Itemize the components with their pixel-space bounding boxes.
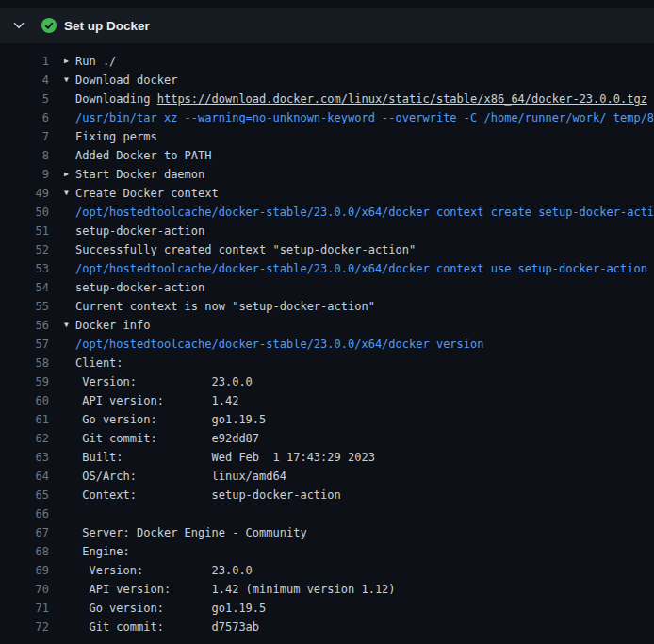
arrow-spacer xyxy=(64,448,75,467)
line-number[interactable]: 4 xyxy=(0,71,49,90)
log-text-segment: Start Docker daemon xyxy=(75,168,204,181)
log-text: Context: setup-docker-action xyxy=(75,486,341,504)
arrow-spacer xyxy=(64,429,75,448)
log-group-line[interactable]: 56▼Docker info xyxy=(0,316,654,335)
line-number[interactable]: 64 xyxy=(0,467,49,486)
line-number[interactable]: 60 xyxy=(0,391,49,410)
line-number[interactable]: 58 xyxy=(0,354,49,372)
line-number[interactable]: 56 xyxy=(0,316,49,335)
log-command-text: /usr/bin/tar xz --warning=no-unknown-key… xyxy=(75,111,654,124)
step-title: Set up Docker xyxy=(64,19,150,33)
log-text-segment: Client: xyxy=(75,356,123,370)
line-number[interactable]: 49 xyxy=(0,184,49,203)
log-command-text: /opt/hostedtoolcache/docker-stable/23.0.… xyxy=(75,206,654,219)
group-collapsed-icon[interactable]: ▶ xyxy=(64,52,75,71)
log-lines: 1▶Run ./4▼Download docker5Downloading ht… xyxy=(0,43,654,636)
arrow-spacer xyxy=(64,504,75,523)
log-text: Start Docker daemon xyxy=(75,165,204,184)
line-number[interactable]: 59 xyxy=(0,372,49,391)
line-number[interactable]: 63 xyxy=(0,448,49,467)
line-number[interactable]: 69 xyxy=(0,561,49,580)
line-number[interactable]: 51 xyxy=(0,222,49,240)
line-number[interactable]: 66 xyxy=(0,504,49,523)
line-number[interactable]: 62 xyxy=(0,429,49,448)
log-line: 65 Context: setup-docker-action xyxy=(0,486,654,504)
log-text-segment: setup-docker-action xyxy=(75,281,204,294)
log-text: Fixing perms xyxy=(75,127,157,146)
line-number[interactable]: 7 xyxy=(0,127,49,146)
step-header[interactable]: Set up Docker xyxy=(0,8,654,43)
line-number[interactable]: 1 xyxy=(0,52,49,71)
line-number[interactable]: 68 xyxy=(0,542,49,561)
log-text-segment: Go version: go1.19.5 xyxy=(75,413,266,426)
log-text: Built: Wed Feb 1 17:43:29 2023 xyxy=(75,448,375,467)
line-number[interactable]: 71 xyxy=(0,599,49,618)
line-number[interactable]: 5 xyxy=(0,90,49,108)
arrow-spacer xyxy=(64,599,75,618)
log-group-line[interactable]: 1▶Run ./ xyxy=(0,52,654,71)
log-text-segment: Downloading xyxy=(75,92,157,106)
arrow-spacer xyxy=(64,580,75,599)
line-number[interactable]: 9 xyxy=(0,165,49,184)
group-collapsed-icon[interactable]: ▶ xyxy=(64,165,75,184)
log-text: setup-docker-action xyxy=(75,278,204,297)
log-line: 53/opt/hostedtoolcache/docker-stable/23.… xyxy=(0,259,654,278)
log-text: Git commit: e92dd87 xyxy=(75,429,259,448)
log-line: 51setup-docker-action xyxy=(0,222,654,240)
line-number[interactable]: 52 xyxy=(0,240,49,259)
line-number[interactable]: 61 xyxy=(0,410,49,429)
line-number[interactable]: 55 xyxy=(0,297,49,316)
line-number[interactable]: 67 xyxy=(0,523,49,542)
line-number[interactable]: 8 xyxy=(0,146,49,165)
line-number[interactable]: 50 xyxy=(0,203,49,222)
log-text: Successfully created context "setup-dock… xyxy=(75,240,416,259)
log-command-text: /opt/hostedtoolcache/docker-stable/23.0.… xyxy=(75,338,483,351)
log-line: 70 API version: 1.42 (minimum version 1.… xyxy=(0,580,654,599)
log-line: 62 Git commit: e92dd87 xyxy=(0,429,654,448)
log-text: API version: 1.42 (minimum version 1.12) xyxy=(75,580,396,599)
log-line: 57/opt/hostedtoolcache/docker-stable/23.… xyxy=(0,335,654,354)
log-group-line[interactable]: 49▼Create Docker context xyxy=(0,184,654,203)
arrow-spacer xyxy=(64,297,75,316)
log-text-segment: Git commit: e92dd87 xyxy=(75,432,259,445)
group-expanded-icon[interactable]: ▼ xyxy=(64,316,75,335)
log-text: Version: 23.0.0 xyxy=(75,561,253,580)
line-number[interactable]: 6 xyxy=(0,108,49,127)
log-line: 54setup-docker-action xyxy=(0,278,654,297)
arrow-spacer xyxy=(64,146,75,165)
log-line: 6/usr/bin/tar xz --warning=no-unknown-ke… xyxy=(0,108,654,127)
log-line: 68 Engine: xyxy=(0,542,654,561)
log-line: 5Downloading https://download.docker.com… xyxy=(0,90,654,108)
arrow-spacer xyxy=(64,410,75,429)
group-expanded-icon[interactable]: ▼ xyxy=(64,184,75,203)
group-expanded-icon[interactable]: ▼ xyxy=(64,71,75,90)
line-number[interactable]: 54 xyxy=(0,278,49,297)
log-text: setup-docker-action xyxy=(75,222,204,240)
log-text: API version: 1.42 xyxy=(75,391,238,410)
arrow-spacer xyxy=(64,278,75,297)
log-group-line[interactable]: 4▼Download docker xyxy=(0,71,654,90)
line-number[interactable]: 53 xyxy=(0,259,49,278)
arrow-spacer xyxy=(64,240,75,259)
log-text-segment: Go version: go1.19.5 xyxy=(75,602,266,615)
log-text: Downloading https://download.docker.com/… xyxy=(75,90,647,108)
log-line: 64 OS/Arch: linux/amd64 xyxy=(0,467,654,486)
chevron-down-icon[interactable] xyxy=(13,20,25,31)
log-text-segment: Git commit: d7573ab xyxy=(75,620,259,634)
log-text: Engine: xyxy=(75,542,130,561)
log-command-text: /opt/hostedtoolcache/docker-stable/23.0.… xyxy=(75,262,647,275)
line-number[interactable]: 72 xyxy=(0,618,49,636)
line-number[interactable]: 57 xyxy=(0,335,49,354)
log-link[interactable]: https://download.docker.com/linux/static… xyxy=(157,92,647,106)
arrow-spacer xyxy=(64,372,75,391)
log-text-segment: Create Docker context xyxy=(75,187,219,200)
log-line: 59 Version: 23.0.0 xyxy=(0,372,654,391)
line-number[interactable]: 70 xyxy=(0,580,49,599)
log-line: 61 Go version: go1.19.5 xyxy=(0,410,654,429)
log-text: Go version: go1.19.5 xyxy=(75,599,266,618)
success-check-icon xyxy=(41,18,57,33)
line-number[interactable]: 65 xyxy=(0,486,49,504)
arrow-spacer xyxy=(64,354,75,372)
log-line: 7Fixing perms xyxy=(0,127,654,146)
log-group-line[interactable]: 9▶Start Docker daemon xyxy=(0,165,654,184)
